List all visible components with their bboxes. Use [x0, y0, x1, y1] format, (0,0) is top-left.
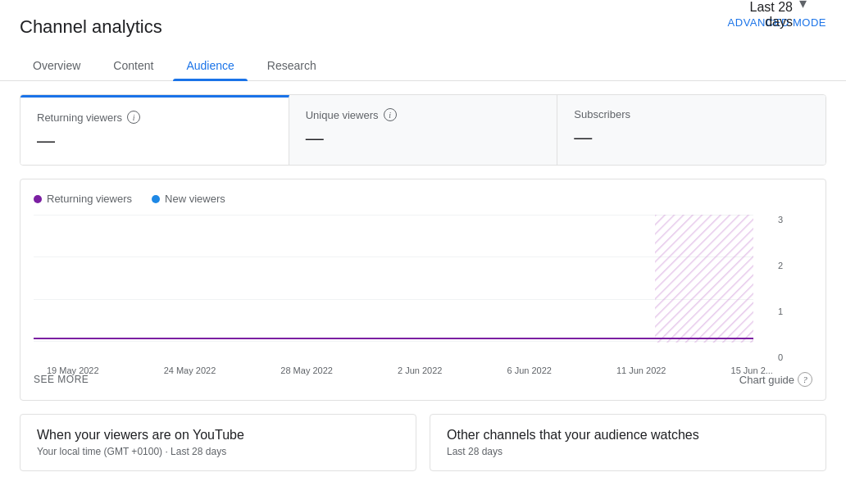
chart-inner: 3 2 1 0 — [34, 215, 786, 362]
chart-data-area — [34, 215, 753, 343]
date-range-label: Last 28 days — [728, 0, 793, 30]
bottom-cards: When your viewers are on YouTube Your lo… — [20, 414, 826, 471]
svg-rect-1 — [655, 215, 753, 343]
x-label-4: 6 Jun 2022 — [507, 366, 551, 375]
hatch-bar — [655, 215, 753, 343]
viewers-time-subtitle: Your local time (GMT +0100) · Last 28 da… — [37, 446, 399, 457]
chart-section: Returning viewers New viewers — [20, 179, 826, 401]
returning-viewers-line — [34, 338, 753, 339]
metric-card-unique[interactable]: Unique viewers i — — [289, 95, 558, 165]
tab-audience[interactable]: Audience — [173, 51, 247, 80]
tab-overview[interactable]: Overview — [20, 51, 93, 80]
legend-dot-returning — [34, 195, 42, 203]
tab-research[interactable]: Research — [254, 51, 330, 80]
dropdown-arrow-icon: ▾ — [799, 0, 807, 12]
viewers-time-card[interactable]: When your viewers are on YouTube Your lo… — [20, 414, 416, 471]
x-label-5: 11 Jun 2022 — [616, 366, 666, 375]
date-range-selector[interactable]: 19 May – 15 Jun 2022 Last 28 days ▾ — [728, 0, 807, 30]
chart-guide-help-icon: ? — [798, 372, 812, 387]
tab-content[interactable]: Content — [100, 51, 166, 80]
y-label-2: 2 — [778, 261, 783, 270]
navigation-bar: Overview Content Audience Research — [0, 51, 846, 81]
metric-unique-value: — — [306, 128, 541, 149]
chart-area: 3 2 1 0 19 May 2022 24 May 2022 28 May 2… — [20, 215, 826, 362]
y-label-0: 0 — [778, 352, 783, 362]
main-content: Returning viewers i — Unique viewers i —… — [0, 94, 846, 491]
other-channels-card[interactable]: Other channels that your audience watche… — [430, 414, 826, 471]
unique-info-icon[interactable]: i — [384, 108, 397, 121]
metric-returning-value: — — [37, 130, 272, 152]
x-label-3: 2 Jun 2022 — [398, 366, 442, 375]
metrics-cards: Returning viewers i — Unique viewers i —… — [20, 94, 826, 166]
date-range-text: 19 May – 15 Jun 2022 Last 28 days — [728, 0, 793, 30]
viewers-time-title: When your viewers are on YouTube — [37, 428, 399, 443]
see-more-button[interactable]: SEE MORE — [34, 374, 89, 385]
legend-new: New viewers — [152, 193, 225, 205]
y-label-3: 3 — [778, 215, 783, 225]
returning-info-icon[interactable]: i — [127, 111, 140, 124]
metric-card-subscribers[interactable]: Subscribers — — [557, 95, 826, 165]
other-channels-title: Other channels that your audience watche… — [447, 428, 809, 443]
y-label-1: 1 — [778, 306, 783, 316]
x-label-0: 19 May 2022 — [47, 366, 99, 375]
metric-card-returning[interactable]: Returning viewers i — — [20, 95, 289, 165]
x-label-6: 15 Jun 2... — [731, 366, 773, 375]
page-header: Channel analytics ADVANCED MODE 19 May –… — [0, 0, 846, 38]
page-title: Channel analytics — [20, 16, 162, 38]
chart-legend: Returning viewers New viewers — [20, 193, 826, 215]
x-axis: 19 May 2022 24 May 2022 28 May 2022 2 Ju… — [34, 362, 786, 375]
y-axis: 3 2 1 0 — [753, 215, 786, 362]
legend-returning: Returning viewers — [34, 193, 132, 205]
x-label-1: 24 May 2022 — [164, 366, 216, 375]
legend-dot-new — [152, 195, 160, 203]
metric-subscribers-value: — — [574, 127, 809, 148]
metric-card-subscribers-header: Subscribers — [574, 108, 809, 120]
metric-card-returning-header: Returning viewers i — [37, 111, 272, 124]
other-channels-subtitle: Last 28 days — [447, 446, 809, 457]
x-label-2: 28 May 2022 — [280, 366, 333, 375]
metric-card-unique-header: Unique viewers i — [306, 108, 541, 121]
